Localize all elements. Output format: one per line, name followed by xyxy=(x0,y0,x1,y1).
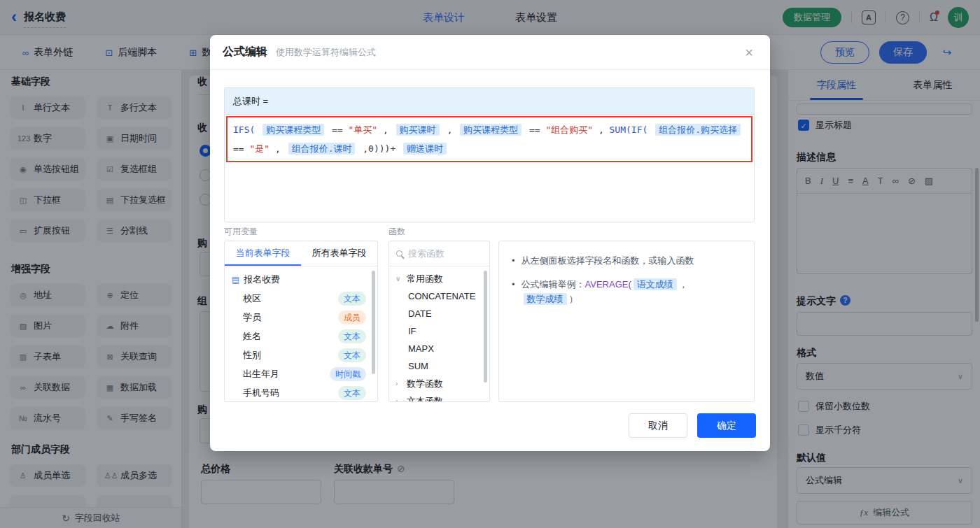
modal-subtitle: 使用数学运算符编辑公式 xyxy=(276,46,376,59)
formula-token[interactable]: == xyxy=(332,124,343,135)
variables-panel: 当前表单字段 所有表单字段 ▤ 报名收费 校区 文本 学员 xyxy=(224,241,378,402)
variables-list: ▤ 报名收费 校区 文本 学员 成员 姓名 文本 xyxy=(225,266,377,402)
variable-item[interactable]: 手机号码 文本 xyxy=(225,383,377,402)
variables-label: 可用变量 xyxy=(224,226,258,238)
formula-token[interactable]: == xyxy=(233,143,244,154)
formula-token[interactable]: "是" xyxy=(249,143,270,154)
tip-item: • 从左侧面板选择字段名和函数，或输入函数 xyxy=(512,253,741,268)
variable-type-badge: 成员 xyxy=(338,311,366,324)
function-group-label: 数学函数 xyxy=(407,378,443,390)
variable-type-badge: 文本 xyxy=(338,292,366,306)
function-group-label: 文本函数 xyxy=(407,395,443,403)
formula-editor: 总课时 = IFS( 购买课程类型 == "单买" , 购买课时 xyxy=(224,87,755,222)
formula-token[interactable]: 购买课时 xyxy=(396,124,440,136)
tip-text: 从左侧面板选择字段名和函数，或输入函数 xyxy=(522,253,694,268)
functions-panel: ∨ 常用函数 CONCATENATE DATE IF MAPX SUM › xyxy=(388,241,490,402)
tip-item: • 公式编辑举例：AVERAGE(语文成绩，数学成绩） xyxy=(512,277,741,306)
formula-token[interactable]: 购买课程类型 xyxy=(262,124,324,136)
function-item[interactable]: DATE xyxy=(389,305,489,322)
functions-list: ∨ 常用函数 CONCATENATE DATE IF MAPX SUM › xyxy=(389,266,489,402)
formula-token[interactable]: SUM(IF( xyxy=(610,124,648,135)
form-root-label: 报名收费 xyxy=(244,273,280,286)
function-item[interactable]: IF xyxy=(389,322,489,340)
caret-right-icon: › xyxy=(396,397,402,402)
variable-name: 校区 xyxy=(243,292,261,305)
formula-token[interactable]: 组合报价.购买选择 xyxy=(655,124,741,136)
function-item[interactable]: SUM xyxy=(389,357,489,375)
scrollbar[interactable] xyxy=(484,271,487,383)
formula-token[interactable]: "单买" xyxy=(348,124,377,135)
close-icon[interactable]: × xyxy=(745,45,753,59)
variables-tab[interactable]: 当前表单字段 xyxy=(225,241,301,266)
function-search-input[interactable] xyxy=(408,248,472,259)
variables-tabs: 当前表单字段 所有表单字段 xyxy=(225,241,377,266)
form-root-item[interactable]: ▤ 报名收费 xyxy=(225,270,377,289)
modal-header: 公式编辑 使用数学运算符编辑公式 × xyxy=(210,35,770,70)
formula-token[interactable]: 赠送课时 xyxy=(403,143,447,155)
example-field: 语文成绩 xyxy=(634,278,677,290)
function-group[interactable]: › 文本函数 xyxy=(389,392,489,402)
function-group[interactable]: › 数学函数 xyxy=(389,375,489,392)
app-root: ‹ 报名收费 表单设计 表单设置 数据管理 A ? Ω 训 xyxy=(0,0,980,528)
formula-token[interactable]: "组合购买" xyxy=(545,124,593,135)
variable-name: 学员 xyxy=(243,311,261,324)
cancel-button[interactable]: 取消 xyxy=(629,413,687,438)
tips-panel: • 从左侧面板选择字段名和函数，或输入函数 • 公式编辑举例：AVERAGE(语… xyxy=(498,241,755,402)
variable-item[interactable]: 校区 文本 xyxy=(225,289,377,308)
variable-name: 手机号码 xyxy=(243,387,279,399)
function-group-label: 常用函数 xyxy=(407,273,443,285)
formula-highlight-box[interactable]: IFS( 购买课程类型 == "单买" , 购买课时 , 购买课程类型 xyxy=(226,116,752,162)
caret-down-icon: ∨ xyxy=(396,275,402,283)
formula-token[interactable]: , xyxy=(275,143,281,154)
variable-name: 出生年月 xyxy=(243,368,279,380)
function-group-common[interactable]: ∨ 常用函数 xyxy=(389,270,489,287)
formula-token[interactable]: , xyxy=(383,124,388,135)
formula-token[interactable]: 购买课程类型 xyxy=(460,124,522,136)
formula-token[interactable]: , xyxy=(598,124,604,135)
variables-tab[interactable]: 所有表单字段 xyxy=(301,241,377,266)
variable-type-badge: 文本 xyxy=(338,329,366,343)
function-item[interactable]: MAPX xyxy=(389,340,489,357)
variable-type-badge: 时间戳 xyxy=(330,367,366,381)
formula-token[interactable]: ,0)))+ xyxy=(363,143,396,154)
example-function: AVERAGE( xyxy=(585,279,631,290)
variable-name: 性别 xyxy=(243,349,261,362)
variable-name: 姓名 xyxy=(243,330,261,343)
variable-item[interactable]: 学员 成员 xyxy=(225,308,377,327)
confirm-button[interactable]: 确定 xyxy=(697,413,756,438)
variable-type-badge: 文本 xyxy=(338,348,366,362)
modal-title: 公式编辑 xyxy=(223,45,267,59)
functions-label: 函数 xyxy=(388,226,405,238)
search-icon xyxy=(396,250,402,257)
caret-right-icon: › xyxy=(396,380,402,387)
variable-item[interactable]: 性别 文本 xyxy=(225,345,377,364)
doc-icon: ▤ xyxy=(232,275,239,285)
formula-token[interactable]: , xyxy=(447,124,452,135)
formula-token[interactable]: IFS( xyxy=(233,124,255,135)
formula-token[interactable]: 组合报价.课时 xyxy=(288,143,356,155)
formula-target: 总课时 = xyxy=(225,88,754,115)
function-item[interactable]: CONCATENATE xyxy=(389,287,489,305)
example-field: 数学成绩 xyxy=(524,293,567,305)
formula-edit-modal: 公式编辑 使用数学运算符编辑公式 × 总课时 = IFS( 购买课程类型 == … xyxy=(210,35,770,451)
formula-token[interactable]: == xyxy=(529,124,540,135)
function-search xyxy=(389,241,489,266)
scrollbar[interactable] xyxy=(372,271,375,374)
variable-item[interactable]: 出生年月 时间戳 xyxy=(225,364,377,383)
variable-type-badge: 文本 xyxy=(338,386,366,400)
tip-example: 公式编辑举例：AVERAGE(语文成绩，数学成绩） xyxy=(522,277,741,306)
formula-input-area[interactable]: IFS( 购买课程类型 == "单买" , 购买课时 , 购买课程类型 xyxy=(225,115,754,222)
variable-item[interactable]: 姓名 文本 xyxy=(225,327,377,345)
